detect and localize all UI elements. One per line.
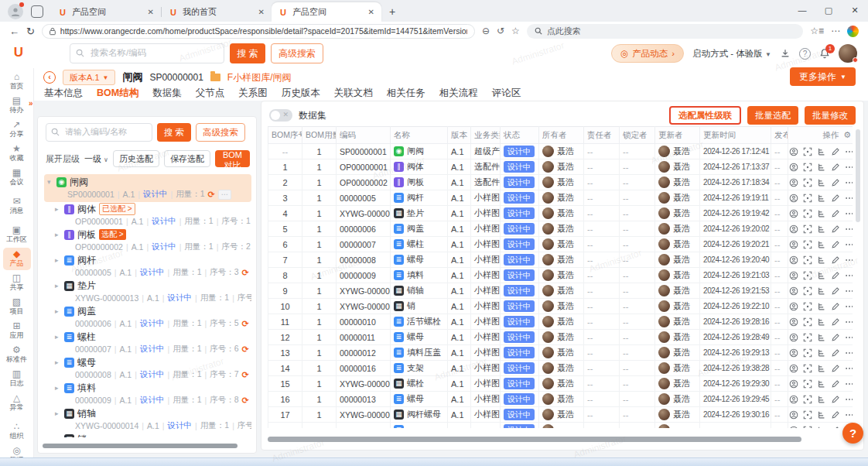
table-row[interactable]: --1SP00000001◉闸阀A.1超级产品设计中聂浩----聂浩2024-1… [268,144,853,159]
tree-advanced-search-button[interactable]: 高级搜索 [196,123,245,142]
select-region-icon[interactable] [803,410,812,420]
table-row[interactable]: 13100000012≣填料压盖A.1小样图-...设计中聂浩----聂浩202… [268,345,853,361]
browser-tab-my-home[interactable]: U我的首页✕ [162,2,272,22]
table-horizontal-scrollbar[interactable] [268,437,801,442]
tab-close-icon[interactable]: ✕ [258,8,265,16]
more-icon[interactable] [845,147,853,156]
table-row[interactable]: 12100000011≣螺母A.1小样图-...设计中聂浩----聂浩2024-… [268,330,853,345]
batch-edit-button[interactable]: 批量修改 [805,106,856,125]
select-region-icon[interactable] [803,395,812,404]
chevron-right-icon[interactable]: ▸ [55,205,61,213]
table-row[interactable]: 151XYWG-00000016▦螺栓A.1小样图-...设计中聂浩----聂浩… [268,376,853,392]
tree-horizontal-scrollbar[interactable] [43,444,238,448]
option-config-badge[interactable]: 已选配 > [99,203,135,215]
edit-icon[interactable] [831,163,840,172]
refresh-icon[interactable]: ⟳ [208,190,215,200]
select-region-icon[interactable] [803,194,812,203]
bom-compare-button[interactable]: BOM对比 [215,150,250,167]
edit-icon[interactable] [831,333,840,342]
tree-node-head[interactable]: ▸≣填料 [55,382,251,394]
user-avatar[interactable] [839,44,857,63]
zoom-out-icon[interactable]: ⊖ [482,26,490,36]
structure-icon[interactable] [817,395,826,404]
chevron-right-icon[interactable]: ▸ [55,435,61,437]
chevron-right-icon[interactable]: ▸ [55,333,61,341]
table-row[interactable]: 21OP00000002∥闸板A.1选配件设计中聂浩----聂浩2024-12-… [268,175,853,190]
url-field[interactable]: https://www.orangecrde.com/home/productS… [42,24,475,39]
tab-search-icon[interactable] [31,5,43,18]
select-region-icon[interactable] [803,255,812,265]
select-region-icon[interactable] [803,224,812,234]
refresh-icon[interactable]: ⟳ [242,396,249,406]
select-region-icon[interactable] [803,426,812,429]
more-icon[interactable] [845,163,853,172]
member-icon[interactable] [789,302,798,311]
option-attr-cascade-button[interactable]: 选配属性级联 [669,106,741,125]
more-icon[interactable] [845,317,853,327]
table-row[interactable]: 6100000007≣螺柱A.1小样图-...设计中聂浩----聂浩2024-1… [268,237,853,252]
structure-icon[interactable] [817,271,826,280]
table-row[interactable]: 171XYWG-00000017▦阀杆螺母A.1小样图-...设计中聂浩----… [268,407,853,423]
tree-node-head[interactable]: ▸▦销 [55,433,251,437]
member-icon[interactable] [789,364,798,373]
more-icon[interactable] [845,410,853,420]
select-region-icon[interactable] [803,240,812,249]
more-icon[interactable] [845,379,853,389]
history-option-button[interactable]: 历史选配 [113,150,159,167]
tree-node-head[interactable]: ▾◉闸阀 [47,176,248,188]
member-icon[interactable] [789,379,798,389]
structure-icon[interactable] [817,317,826,327]
help-floating-button[interactable]: ? [842,423,863,444]
favorite-star-icon[interactable]: ☆ [511,26,520,36]
member-icon[interactable] [789,333,798,342]
table-row[interactable]: 11100000010≣活节螺栓A.1小样图-...设计中聂浩----聂浩202… [268,314,853,330]
table-row[interactable]: 91XYWG-00000014▦销轴A.1小样图-...设计中聂浩----聂浩2… [268,283,853,299]
download-icon[interactable] [780,48,791,59]
tab-close-icon[interactable]: ✕ [148,8,154,16]
chevron-right-icon[interactable]: ▸ [55,358,61,366]
sidebar-item-todo[interactable]: ▤待办 [3,94,31,117]
edit-icon[interactable] [831,379,840,389]
product-news-pill[interactable]: ◎ 产品动态 › [611,44,684,63]
structure-icon[interactable] [817,147,826,156]
structure-icon[interactable] [817,348,826,358]
member-icon[interactable] [789,147,798,156]
table-row[interactable]: 101XYWG-00000015▦销A.1小样图-...设计中聂浩----聂浩2… [268,299,853,314]
select-region-icon[interactable] [803,317,812,327]
more-icon[interactable] [845,224,853,234]
more-icon[interactable] [845,395,853,404]
sidebar-item-product[interactable]: ◆产品 [3,248,31,270]
more-icon[interactable] [845,209,853,218]
select-region-icon[interactable] [803,348,812,358]
version-select[interactable]: 版本A.1▼ [63,70,115,85]
more-icon[interactable] [845,302,853,311]
edit-icon[interactable] [831,178,840,187]
browser-profile-icon[interactable] [8,4,23,19]
tree-node-head[interactable]: ▸∥阀体已选配 > [55,203,251,215]
select-region-icon[interactable] [803,178,812,187]
global-search-field[interactable] [70,43,224,63]
tab-related-flows[interactable]: 相关流程 [439,87,478,100]
sidebar-item-project[interactable]: ▧项目 [3,296,31,318]
structure-icon[interactable] [817,426,826,429]
more-icon[interactable] [845,286,853,296]
window-close-button[interactable]: ✕ [842,0,868,22]
select-region-icon[interactable] [803,209,812,218]
structure-icon[interactable] [817,163,826,172]
sidebar-item-message[interactable]: ✉消息 [3,195,31,218]
more-icon[interactable] [845,348,853,358]
settings-more-icon[interactable]: ⋯ [831,26,840,36]
tree-search-button[interactable]: 搜 索 [157,123,191,142]
member-icon[interactable] [789,410,798,420]
save-option-button[interactable]: 保存选配 [164,150,210,167]
member-icon[interactable] [789,348,798,358]
tab-related-tasks[interactable]: 相关任务 [387,87,425,100]
structure-icon[interactable] [817,194,826,203]
structure-icon[interactable] [817,410,826,420]
back-icon[interactable]: ← [9,26,19,37]
edit-icon[interactable] [831,286,840,296]
tree-node-head[interactable]: ▸≣螺母 [55,356,251,368]
global-advanced-search-button[interactable]: 高级搜索 [271,43,323,63]
more-icon[interactable] [845,178,853,187]
edit-icon[interactable] [831,255,840,265]
